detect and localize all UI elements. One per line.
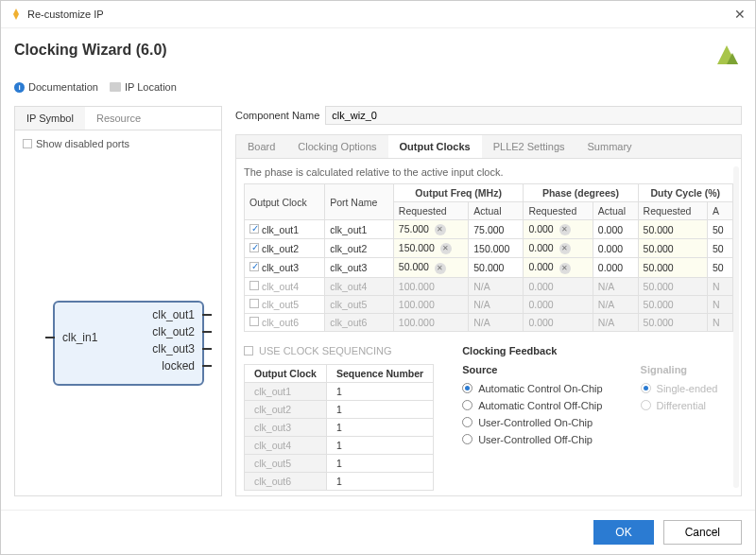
tab-resource[interactable]: Resource	[85, 107, 152, 130]
show-disabled-ports-checkbox[interactable]: Show disabled ports	[23, 138, 214, 149]
radio-user-on-chip[interactable]: User-Controlled On-Chip	[462, 417, 602, 428]
cell-freq-req[interactable]: 75.000 ✕	[393, 220, 468, 239]
ip-location-link[interactable]: IP Location	[110, 81, 177, 93]
cell-phase-req[interactable]: 0.000 ✕	[524, 220, 593, 239]
seq-cell-name: clk_out4	[245, 436, 327, 454]
vertical-scrollbar[interactable]	[733, 166, 739, 488]
cell-freq-act: 75.000	[469, 220, 524, 239]
cell-duty-req[interactable]: 50.000	[638, 239, 707, 258]
port-label-clk-out2: clk_out2	[152, 325, 195, 338]
clear-icon[interactable]: ✕	[559, 263, 571, 274]
cell-phase-act: 0.000	[593, 258, 638, 277]
cell-phase-req[interactable]: 0.000	[524, 295, 593, 313]
cell-duty-act: N	[708, 277, 733, 295]
cell-phase-req[interactable]: 0.000	[524, 277, 593, 295]
cell-phase-req[interactable]: 0.000 ✕	[524, 258, 593, 277]
table-row: ✓ clk_out3clk_out350.000 ✕50.0000.000 ✕0…	[245, 258, 733, 277]
cell-port[interactable]: clk_out4	[325, 277, 394, 295]
cell-phase-req[interactable]: 0.000	[524, 313, 593, 331]
port-line-in	[45, 337, 55, 338]
cell-freq-req[interactable]: 100.000	[393, 295, 468, 313]
seq-cell-num[interactable]: 1	[326, 400, 433, 418]
tab-plle2-settings[interactable]: PLLE2 Settings	[482, 135, 576, 158]
seq-cell-num[interactable]: 1	[326, 436, 433, 454]
checkbox-icon	[249, 317, 259, 326]
cell-duty-req[interactable]: 50.000	[638, 295, 707, 313]
seq-cell-name: clk_out5	[245, 454, 327, 472]
checkbox-icon: ✓	[249, 224, 259, 234]
cell-phase-req[interactable]: 0.000 ✕	[524, 239, 593, 258]
table-row: clk_out6clk_out6100.000N/A0.000N/A50.000…	[245, 313, 733, 331]
folder-icon	[110, 82, 121, 92]
col-duty-group: Duty Cycle (%)	[638, 184, 732, 202]
col-phase-act: Actual	[593, 202, 638, 220]
clear-icon[interactable]: ✕	[435, 263, 446, 274]
checkbox-icon	[249, 281, 259, 290]
cell-duty-req[interactable]: 50.000	[638, 313, 707, 331]
radio-icon	[462, 383, 472, 393]
port-line-out1	[202, 314, 212, 316]
cell-phase-act: 0.000	[593, 239, 638, 258]
cell-freq-req[interactable]: 150.000 ✕	[393, 239, 468, 258]
cell-enable[interactable]: ✓ clk_out2	[245, 239, 325, 258]
seq-cell-num[interactable]: 1	[326, 382, 433, 400]
cell-duty-req[interactable]: 50.000	[638, 277, 707, 295]
cell-port[interactable]: clk_out6	[325, 313, 394, 331]
documentation-link[interactable]: iDocumentation	[14, 81, 98, 93]
cell-port[interactable]: clk_out2	[325, 239, 394, 258]
table-row: ✓ clk_out1clk_out175.000 ✕75.0000.000 ✕0…	[245, 220, 733, 239]
col-freq-group: Output Freq (MHz)	[393, 184, 524, 202]
radio-auto-off-chip[interactable]: Automatic Control Off-Chip	[462, 400, 602, 411]
cancel-button[interactable]: Cancel	[663, 520, 742, 545]
ok-button[interactable]: OK	[593, 520, 653, 545]
clear-icon[interactable]: ✕	[559, 243, 571, 254]
cell-port[interactable]: clk_out3	[325, 258, 394, 277]
tab-board[interactable]: Board	[236, 135, 286, 158]
port-label-clk-out1: clk_out1	[152, 308, 195, 321]
page-title: Clocking Wizard (6.0)	[14, 42, 167, 59]
tab-output-clocks[interactable]: Output Clocks	[388, 134, 482, 158]
cell-duty-req[interactable]: 50.000	[638, 220, 707, 239]
cell-enable[interactable]: clk_out5	[245, 295, 325, 313]
radio-icon	[462, 400, 472, 410]
col-duty-req: Requested	[638, 202, 707, 220]
clear-icon[interactable]: ✕	[559, 224, 571, 235]
seq-cell-name: clk_out6	[245, 472, 327, 490]
close-icon[interactable]: ✕	[734, 7, 746, 22]
cell-enable[interactable]: clk_out4	[245, 277, 325, 295]
clear-icon[interactable]: ✕	[440, 243, 452, 254]
cell-phase-act: N/A	[593, 295, 638, 313]
seq-cell-name: clk_out1	[245, 382, 327, 400]
clear-icon[interactable]: ✕	[435, 224, 446, 235]
radio-icon	[641, 383, 651, 393]
tab-ip-symbol[interactable]: IP Symbol	[15, 107, 85, 130]
tab-clocking-options[interactable]: Clocking Options	[286, 135, 387, 158]
cell-enable[interactable]: clk_out6	[245, 313, 325, 331]
cell-port[interactable]: clk_out5	[325, 295, 394, 313]
radio-user-off-chip[interactable]: User-Controlled Off-Chip	[462, 434, 602, 445]
cell-phase-act: N/A	[593, 313, 638, 331]
cell-enable[interactable]: ✓ clk_out1	[245, 220, 325, 239]
app-icon	[10, 9, 22, 20]
port-label-clk-out3: clk_out3	[152, 342, 195, 356]
component-name-input[interactable]	[325, 106, 742, 125]
cell-freq-req[interactable]: 50.000 ✕	[393, 258, 468, 277]
cell-freq-act: 150.000	[469, 239, 524, 258]
table-row: clk_out5clk_out5100.000N/A0.000N/A50.000…	[245, 295, 733, 313]
cell-enable[interactable]: ✓ clk_out3	[245, 258, 325, 277]
radio-icon	[462, 417, 472, 427]
cell-port[interactable]: clk_out1	[325, 220, 394, 239]
seq-cell-num[interactable]: 1	[326, 418, 433, 436]
cell-freq-act: 50.000	[469, 258, 524, 277]
phase-note: The phase is calculated relative to the …	[244, 166, 733, 178]
tab-summary[interactable]: Summary	[576, 135, 644, 158]
use-clock-sequencing-checkbox[interactable]: USE CLOCK SEQUENCING	[244, 345, 434, 356]
cell-freq-req[interactable]: 100.000	[393, 313, 468, 331]
port-label-clk-in1: clk_in1	[62, 331, 97, 344]
radio-auto-on-chip[interactable]: Automatic Control On-Chip	[462, 383, 602, 394]
seq-cell-num[interactable]: 1	[326, 472, 433, 490]
cell-duty-req[interactable]: 50.000	[638, 258, 707, 277]
seq-cell-num[interactable]: 1	[326, 454, 433, 472]
cell-freq-req[interactable]: 100.000	[393, 277, 468, 295]
col-output-clock: Output Clock	[245, 184, 325, 220]
